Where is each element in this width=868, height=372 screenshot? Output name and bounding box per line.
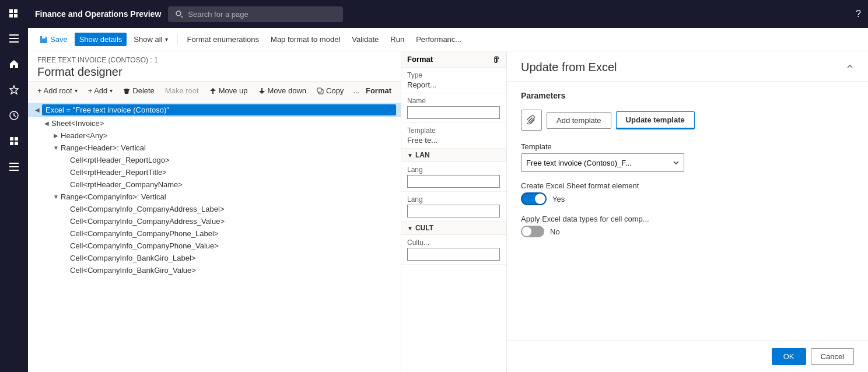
history-icon[interactable] (4, 105, 24, 126)
lang-field-2[interactable]: Lang (401, 192, 506, 222)
move-down-button[interactable]: Move down (254, 84, 311, 97)
tree-item[interactable]: ▶ Header<Any> (28, 129, 401, 142)
tree-item[interactable]: Cell<CompanyInfo_CompanyPhone_Value> (28, 240, 401, 252)
show-all-button[interactable]: Show all ▾ (129, 33, 172, 46)
apps-icon[interactable] (5, 5, 23, 23)
lang-field-1[interactable]: Lang (401, 162, 506, 192)
ok-button[interactable]: OK (772, 348, 806, 365)
svg-rect-1 (14, 9, 18, 13)
workspace-icon[interactable] (4, 131, 24, 152)
tree-item[interactable]: Cell<rptHeader_ReportTitle> (28, 166, 401, 178)
delete-icon (123, 87, 130, 94)
tree-toggle[interactable]: ▼ (51, 194, 61, 200)
tree-container[interactable]: ◀ Excel = "Free text invoice (Contoso)" … (28, 100, 401, 372)
favorites-icon[interactable] (4, 79, 24, 100)
svg-rect-3 (14, 14, 18, 17)
hamburger-icon[interactable] (4, 28, 24, 49)
page-content: FREE TEXT INVOICE (CONTOSO) : 1 Format d… (28, 51, 868, 372)
tree-item-label: Cell<CompanyInfo_CompanyPhone_Value> (70, 241, 396, 250)
tree-item[interactable]: Cell<CompanyInfo_BankGiro_Label> (28, 252, 401, 264)
cancel-button[interactable]: Cancel (811, 348, 854, 365)
show-details-button[interactable]: Show details (75, 33, 127, 46)
help-icon[interactable]: ? (856, 9, 861, 19)
tree-item[interactable]: Cell<rptHeader_CompanyName> (28, 178, 401, 191)
tree-toggle[interactable]: ▶ (51, 132, 61, 139)
tree-toggle[interactable]: ◀ (33, 107, 42, 113)
svg-point-16 (176, 11, 181, 16)
tree-item[interactable]: ◀ Sheet<Invoice> (28, 117, 401, 129)
tree-item[interactable]: Cell<CompanyInfo_CompanyPhone_Label> (28, 227, 401, 240)
lang-label-1: Lang (407, 166, 500, 174)
copy-button[interactable]: Copy (312, 84, 348, 97)
search-input[interactable] (188, 10, 336, 19)
left-sidebar (0, 0, 28, 372)
tree-item[interactable]: Cell<CompanyInfo_BankGiro_Value> (28, 264, 401, 276)
svg-line-17 (181, 16, 183, 17)
tree-item-label: Range<Header>: Vertical (61, 143, 396, 152)
tree-item[interactable]: Cell<CompanyInfo_CompanyAddress_Value> (28, 215, 401, 227)
panel-footer: OK Cancel (507, 341, 868, 372)
cult-input[interactable] (407, 248, 500, 261)
divider-1 (177, 34, 178, 45)
tree-item[interactable]: ▼ Range<CompanyInfo>: Vertical (28, 191, 401, 203)
app-title: Finance and Operations Preview (35, 9, 161, 19)
validate-button[interactable]: Validate (347, 33, 383, 46)
tree-toggle[interactable]: ▼ (51, 145, 61, 151)
tree-item-label: Cell<CompanyInfo_CompanyPhone_Label> (70, 229, 396, 238)
more-button[interactable]: ... (349, 84, 363, 97)
tree-item-label: Cell<rptHeader_ReportTitle> (70, 168, 396, 177)
lang-input-1[interactable] (407, 175, 500, 188)
template-select[interactable]: Free text invoice (Contoso)_F... (521, 153, 684, 172)
toolbar: Save Show details Show all ▾ Format enum… (28, 28, 868, 51)
save-button[interactable]: Save (35, 33, 72, 46)
map-format-button[interactable]: Map format to model (266, 33, 345, 46)
main-area: Finance and Operations Preview ? Save Sh… (28, 0, 868, 372)
add-template-button[interactable]: Add template (547, 112, 611, 129)
create-excel-value: Yes (552, 195, 565, 203)
svg-rect-12 (15, 142, 18, 145)
svg-rect-0 (9, 9, 13, 13)
collapse-icon (846, 62, 854, 71)
run-button[interactable]: Run (386, 33, 409, 46)
tree-item-label: Cell<CompanyInfo_BankGiro_Value> (70, 266, 396, 275)
tree-item-label: Cell<rptHeader_CompanyName> (70, 180, 396, 189)
type-label: Type (407, 71, 500, 79)
name-field[interactable]: Name (401, 93, 506, 123)
page-title: Format designer (37, 65, 391, 79)
create-excel-toggle[interactable] (521, 192, 547, 205)
modules-icon[interactable] (4, 156, 24, 177)
svg-rect-11 (10, 142, 13, 145)
panel-collapse-button[interactable] (846, 62, 854, 73)
name-label: Name (407, 97, 500, 105)
apply-excel-toggle[interactable] (521, 226, 544, 237)
attach-button[interactable] (521, 110, 542, 131)
cult-section-header: ▼ CULT (401, 222, 506, 235)
name-input[interactable] (407, 106, 500, 119)
template-btn-row: Add template Update template (521, 110, 854, 131)
save-icon (40, 36, 48, 44)
template-field: Template Free te... (401, 123, 506, 149)
designer-panel: FREE TEXT INVOICE (CONTOSO) : 1 Format d… (28, 51, 401, 372)
paperclip-icon (527, 115, 536, 125)
format-enumerations-button[interactable]: Format enumerations (183, 33, 264, 46)
search-bar[interactable] (168, 6, 343, 22)
svg-rect-4 (9, 34, 19, 36)
add-button[interactable]: + Add ▾ (83, 84, 118, 97)
home-icon[interactable] (4, 54, 24, 75)
lang-input-2[interactable] (407, 205, 500, 217)
delete-button[interactable]: Delete (118, 84, 159, 97)
tree-item[interactable]: ▼ Range<Header>: Vertical (28, 142, 401, 154)
add-root-button[interactable]: + Add root ▾ (33, 84, 82, 97)
parameters-label: Parameters (521, 91, 854, 100)
tree-item[interactable]: ◀ Excel = "Free text invoice (Contoso)" (28, 103, 401, 117)
attach-icon-small (493, 56, 500, 63)
tree-toggle[interactable]: ◀ (42, 120, 51, 127)
tree-item[interactable]: Cell<rptHeader_ReportLogo> (28, 154, 401, 166)
update-template-button[interactable]: Update template (616, 111, 695, 129)
performance-button[interactable]: Performanc... (411, 33, 466, 46)
tree-item[interactable]: Cell<CompanyInfo_CompanyAddress_Label> (28, 203, 401, 215)
move-up-button[interactable]: Move up (205, 84, 253, 97)
make-root-button[interactable]: Make root (160, 84, 204, 97)
top-navbar: Finance and Operations Preview ? (28, 0, 868, 28)
cult-field[interactable]: Cultu... (401, 235, 506, 265)
